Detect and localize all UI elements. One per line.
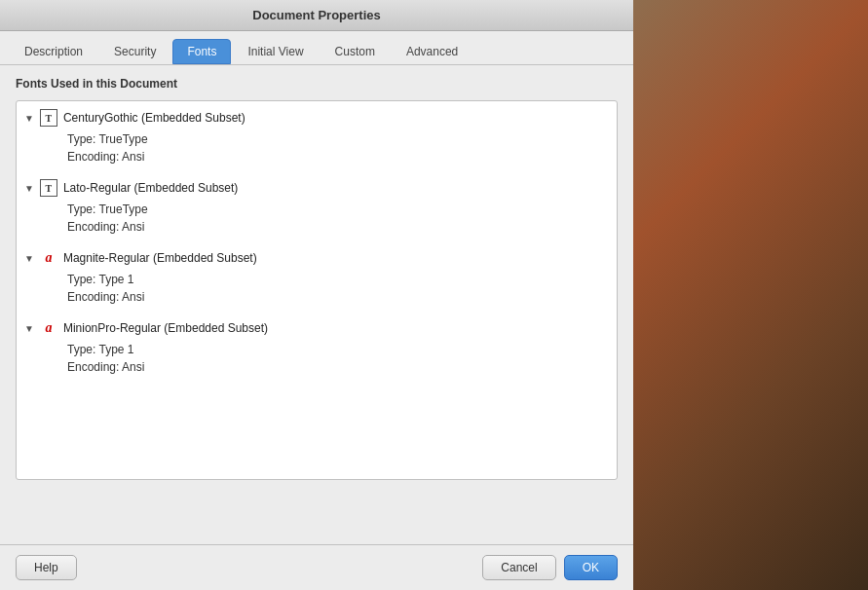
tabs-row: Description Security Fonts Initial View … [0,31,633,65]
font-type-0: Type: TrueType [67,132,609,146]
footer-right-buttons: Cancel OK [482,555,618,580]
font-type-3: Type: Type 1 [67,343,609,356]
font-encoding-0: Encoding: Ansi [67,150,609,164]
font-header-1: ▼ T Lato-Regular (Embedded Subset) [24,179,609,197]
font-details-2: Type: Type 1 Encoding: Ansi [67,273,609,304]
font-header-3: ▼ a MinionPro-Regular (Embedded Subset) [24,319,609,337]
section-title: Fonts Used in this Document [16,77,618,91]
font-icon-type1-3: a [40,319,57,337]
font-header-2: ▼ a Magnite-Regular (Embedded Subset) [24,249,609,267]
ok-button[interactable]: OK [564,555,618,580]
help-button[interactable]: Help [16,555,77,580]
font-header-0: ▼ T CenturyGothic (Embedded Subset) [24,109,609,127]
tab-advanced[interactable]: Advanced [392,39,472,64]
tab-security[interactable]: Security [99,39,170,64]
font-list-panel: ▼ T CenturyGothic (Embedded Subset) Type… [16,100,618,480]
dialog-footer: Help Cancel OK [0,544,633,590]
font-type-1: Type: TrueType [67,203,609,216]
font-name-0: CenturyGothic (Embedded Subset) [63,111,245,125]
font-icon-tt-0: T [40,109,57,127]
collapse-arrow-3[interactable]: ▼ [24,323,34,334]
collapse-arrow-2[interactable]: ▼ [24,253,34,264]
font-encoding-3: Encoding: Ansi [67,360,609,374]
tab-custom[interactable]: Custom [321,39,390,64]
font-details-1: Type: TrueType Encoding: Ansi [67,203,609,234]
font-details-3: Type: Type 1 Encoding: Ansi [67,343,609,374]
tab-description[interactable]: Description [10,39,97,64]
font-encoding-1: Encoding: Ansi [67,220,609,234]
font-entry-3: ▼ a MinionPro-Regular (Embedded Subset) … [24,319,609,374]
dialog-content: Fonts Used in this Document ▼ T CenturyG… [0,65,633,544]
font-details-0: Type: TrueType Encoding: Ansi [67,132,609,164]
cancel-button[interactable]: Cancel [482,555,555,580]
document-properties-dialog: Document Properties Description Security… [0,0,633,590]
font-type-2: Type: Type 1 [67,273,609,286]
tab-initial-view[interactable]: Initial View [233,39,318,64]
dialog-title: Document Properties [252,8,380,22]
font-encoding-2: Encoding: Ansi [67,290,609,304]
font-name-2: Magnite-Regular (Embedded Subset) [63,251,257,265]
font-name-3: MinionPro-Regular (Embedded Subset) [63,321,268,335]
font-entry-0: ▼ T CenturyGothic (Embedded Subset) Type… [24,109,609,164]
font-entry-1: ▼ T Lato-Regular (Embedded Subset) Type:… [24,179,609,234]
font-icon-tt-1: T [40,179,57,197]
tab-fonts[interactable]: Fonts [172,39,231,64]
font-icon-type1-2: a [40,249,57,267]
collapse-arrow-0[interactable]: ▼ [24,113,34,124]
font-entry-2: ▼ a Magnite-Regular (Embedded Subset) Ty… [24,249,609,304]
collapse-arrow-1[interactable]: ▼ [24,183,34,194]
dialog-title-bar: Document Properties [0,0,633,31]
font-name-1: Lato-Regular (Embedded Subset) [63,181,238,195]
